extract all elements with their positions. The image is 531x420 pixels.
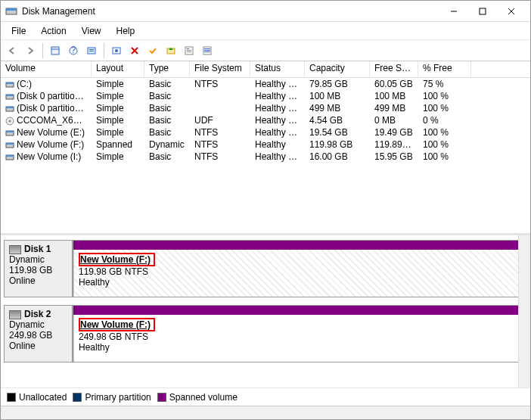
volume-row[interactable]: New Volume (E:)SimpleBasicNTFSHealthy (P… [1, 126, 530, 138]
legend-unallocated: Unallocated [7, 392, 67, 403]
col-capacity[interactable]: Capacity [305, 61, 370, 77]
back-button[interactable] [4, 42, 20, 59]
toolbar: ? [1, 40, 530, 61]
col-status[interactable]: Status [250, 61, 305, 77]
cell-capacity: 16.00 GB [305, 150, 370, 163]
close-button[interactable] [497, 2, 526, 20]
refresh-button[interactable] [83, 42, 100, 59]
minimize-button[interactable] [439, 2, 468, 20]
up-button[interactable] [163, 42, 179, 59]
cell-status: Healthy (A... [250, 150, 305, 163]
swatch-primary [73, 393, 82, 402]
menu-action[interactable]: Action [33, 23, 73, 39]
svg-rect-11 [89, 49, 94, 50]
disk2-info: Disk 2 Dynamic 249.98 GB Online [4, 305, 73, 362]
menubar: File Action View Help [1, 22, 530, 40]
cell-volume: New Volume (F:) [17, 139, 84, 150]
vertical-scrollbar[interactable] [518, 235, 530, 387]
disk-map: Disk 1 Dynamic 119.98 GB Online New Volu… [1, 235, 530, 387]
list-button[interactable] [199, 42, 216, 59]
disk1-volume[interactable]: New Volume (F:) 119.98 GB NTFS Healthy [73, 250, 522, 297]
svg-rect-35 [6, 131, 14, 132]
volume-row[interactable]: New Volume (F:)SpannedDynamicNTFSHealthy… [1, 138, 530, 151]
volume-icon [5, 92, 14, 101]
svg-rect-31 [6, 107, 14, 108]
forward-button[interactable] [22, 42, 39, 59]
volume-icon [5, 153, 14, 162]
delete-button[interactable] [126, 42, 143, 59]
disk2-vol-name: New Volume (F:) [80, 319, 151, 330]
col-pfree[interactable]: % Free [418, 61, 471, 77]
disk2-type: Dynamic [9, 319, 67, 330]
disk1-name: Disk 1 [24, 244, 51, 254]
svg-point-14 [115, 49, 118, 52]
cell-volume: (Disk 0 partition 5) [17, 103, 90, 114]
disk2-vol-detail: 249.98 GB NTFS [79, 331, 517, 342]
properties-button[interactable] [181, 42, 197, 59]
svg-rect-12 [89, 51, 94, 51]
cell-pfree: 100 % [418, 150, 471, 163]
show-hide-console-button[interactable] [47, 42, 64, 59]
disk2-area: New Volume (F:) 249.98 GB NTFS Healthy [73, 305, 523, 362]
cell-volume: New Volume (I:) [17, 151, 81, 162]
check-button[interactable] [144, 42, 161, 59]
volume-list-body[interactable]: (C:)SimpleBasicNTFSHealthy (B...79.85 GB… [1, 78, 530, 233]
svg-rect-3 [480, 8, 486, 14]
svg-rect-27 [6, 82, 14, 84]
settings-button[interactable] [108, 42, 125, 59]
volume-icon [5, 104, 14, 114]
col-filesystem[interactable]: File System [190, 61, 250, 77]
disk1-type: Dynamic [9, 254, 67, 265]
volume-icon [5, 141, 14, 150]
legend: Unallocated Primary partition Spanned vo… [1, 387, 530, 406]
volume-row[interactable]: (C:)SimpleBasicNTFSHealthy (B...79.85 GB… [1, 78, 530, 90]
maximize-button[interactable] [468, 2, 497, 20]
menu-view[interactable]: View [74, 23, 109, 39]
highlight-1: New Volume (F:) [79, 253, 155, 266]
col-layout[interactable]: Layout [92, 61, 144, 77]
disk-row-2[interactable]: Disk 2 Dynamic 249.98 GB Online New Volu… [4, 305, 523, 362]
volume-icon [5, 129, 14, 138]
svg-rect-25 [204, 51, 210, 52]
cell-volume: (Disk 0 partition 1) [17, 91, 90, 101]
disk1-size: 119.98 GB [9, 265, 67, 275]
cell-volume: (C:) [17, 79, 32, 89]
disk2-size: 249.98 GB [9, 330, 67, 341]
svg-rect-21 [187, 51, 191, 52]
statusbar [1, 406, 530, 419]
cell-free: 15.95 GB [370, 150, 418, 163]
help-button[interactable]: ? [65, 42, 82, 59]
toolbar-divider [42, 43, 43, 58]
volume-icon [5, 80, 14, 89]
volume-row[interactable]: (Disk 0 partition 1)SimpleBasicHealthy (… [1, 90, 530, 102]
volume-list: Volume Layout Type File System Status Ca… [1, 61, 530, 235]
legend-spanned: Spanned volume [157, 392, 238, 403]
window-title: Disk Management [22, 6, 439, 17]
disk2-vol-status: Healthy [79, 342, 517, 353]
swatch-unallocated [7, 393, 16, 402]
col-type[interactable]: Type [144, 61, 190, 77]
toolbar-divider [104, 43, 104, 58]
menu-help[interactable]: Help [109, 23, 143, 39]
col-free[interactable]: Free Spa... [370, 61, 418, 77]
disk-icon [9, 310, 21, 319]
highlight-2: New Volume (F:) [79, 318, 155, 331]
volume-icon [5, 117, 14, 126]
volume-row[interactable]: New Volume (I:)SimpleBasicNTFSHealthy (A… [1, 151, 530, 163]
cell-filesystem [190, 107, 250, 110]
disk1-vol-status: Healthy [79, 277, 517, 288]
disk2-state: Online [9, 341, 67, 351]
menu-file[interactable]: File [4, 23, 33, 39]
col-volume[interactable]: Volume [1, 61, 92, 77]
disk-row-1[interactable]: Disk 1 Dynamic 119.98 GB Online New Volu… [4, 240, 523, 297]
svg-rect-29 [6, 95, 14, 96]
svg-rect-20 [187, 50, 191, 51]
volume-row[interactable]: CCCOMA_X64FRE...SimpleBasicUDFHealthy (P… [1, 114, 530, 126]
svg-rect-37 [6, 143, 14, 145]
disk2-volume[interactable]: New Volume (F:) 249.98 GB NTFS Healthy [73, 315, 522, 362]
disk1-area: New Volume (F:) 119.98 GB NTFS Healthy [73, 240, 523, 297]
volume-row[interactable]: (Disk 0 partition 5)SimpleBasicHealthy (… [1, 102, 530, 114]
disk1-state: Online [9, 275, 67, 286]
titlebar: Disk Management [1, 1, 530, 22]
app-icon [5, 5, 17, 17]
